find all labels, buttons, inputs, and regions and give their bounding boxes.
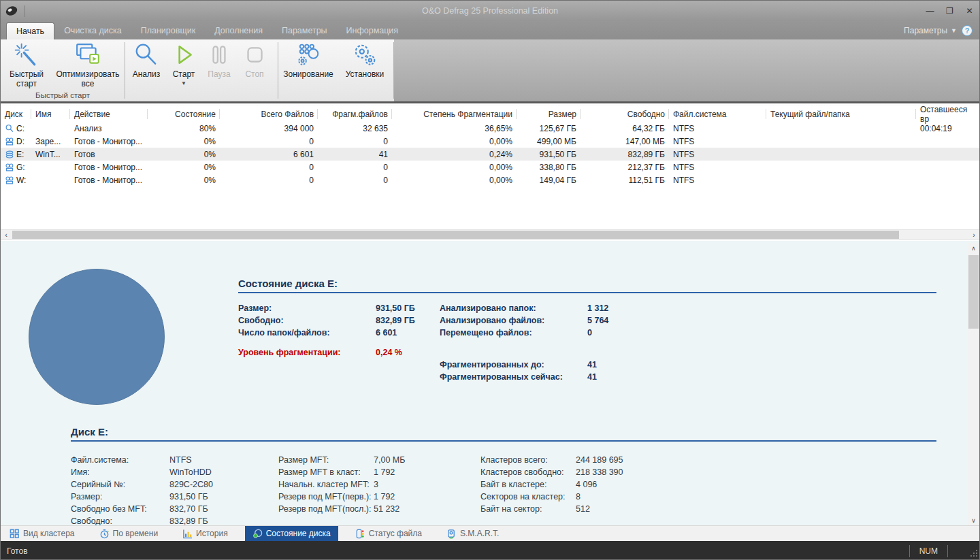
drive-table: ДискИмяДействиеСостояниеВсего ФайловФраг… xyxy=(1,106,979,229)
vscroll-thumb[interactable] xyxy=(968,255,979,329)
info-value: 41 xyxy=(587,372,597,382)
drive-row[interactable]: C:Анализ80%394 00032 63536,65%125,67 ГБ6… xyxy=(1,122,979,135)
info-value: 7,00 МБ xyxy=(374,455,405,465)
table-cell: 499,00 МБ xyxy=(517,137,581,146)
close-button[interactable]: ✕ xyxy=(960,2,979,20)
start-button[interactable]: Старт ▼ xyxy=(168,42,199,87)
hscroll-thumb[interactable] xyxy=(12,231,899,239)
info-label: Размер: xyxy=(238,303,376,313)
info-row: Кластеров всего:244 189 695 xyxy=(480,454,623,466)
table-cell: 0% xyxy=(148,137,220,146)
info-row: Фрагментированных до:41 xyxy=(440,359,753,371)
ribbon-tab-row: Начать Очистка диска Планировщик Дополне… xyxy=(1,21,979,39)
info-row: Фрагментированных сейчас:41 xyxy=(440,371,753,383)
table-cell: 212,37 ГБ xyxy=(581,163,669,172)
table-cell: NTFS xyxy=(669,137,766,146)
pause-button[interactable]: Пауза xyxy=(203,42,235,79)
ribbon: Быстрый старт Оптимизировать все Анализ … xyxy=(1,39,979,103)
column-header[interactable]: Оставшееся вр xyxy=(916,106,980,122)
column-header[interactable]: Текущий файл/папка xyxy=(766,106,916,122)
drive-row[interactable]: D:Заре...Готов - Монитор...0%000,00%499,… xyxy=(1,135,979,148)
installations-button[interactable]: Установки xyxy=(341,42,389,79)
info-value: 829C-2C80 xyxy=(169,480,213,489)
disk-state-panel: Состояние диска E: Размер:931,50 ГБСвобо… xyxy=(1,241,979,525)
analyze-button[interactable]: Анализ xyxy=(129,42,164,79)
info-label: Секторов на кластер: xyxy=(480,492,576,501)
info-label: Байт на сектор: xyxy=(480,504,576,514)
table-cell: NTFS xyxy=(669,176,766,185)
scroll-up-icon[interactable]: ∧ xyxy=(968,243,979,253)
table-cell: G: xyxy=(1,163,31,172)
column-header[interactable]: Имя xyxy=(31,106,70,122)
history-chart-icon xyxy=(182,529,193,539)
info-row: Байт в кластере:4 096 xyxy=(480,478,623,491)
minimize-button[interactable]: — xyxy=(920,2,940,20)
table-cell: 0 xyxy=(220,137,318,146)
tab-disk-cleanup[interactable]: Очистка диска xyxy=(54,22,131,39)
vertical-scrollbar[interactable]: ∧ ∨ xyxy=(968,243,979,525)
tab-addons[interactable]: Дополнения xyxy=(205,22,272,39)
table-cell: 64,32 ГБ xyxy=(581,124,669,133)
scroll-down-icon[interactable]: ∨ xyxy=(968,515,979,525)
view-tab-file-status[interactable]: Статус файла xyxy=(348,526,429,541)
tab-settings[interactable]: Параметры xyxy=(272,22,337,39)
quick-start-button[interactable]: Быстрый старт xyxy=(5,42,48,89)
zoning-button[interactable]: Зонирование xyxy=(280,42,337,79)
info-row: Свободно:832,89 ГБ xyxy=(238,314,442,327)
tab-start[interactable]: Начать xyxy=(6,22,54,39)
view-tab-time[interactable]: По времени xyxy=(92,526,166,541)
info-label: Свободно: xyxy=(238,316,376,325)
column-header[interactable]: Всего Файлов xyxy=(220,106,318,122)
scroll-left-icon[interactable]: ‹ xyxy=(1,230,12,240)
smart-disk-icon xyxy=(446,529,457,539)
help-icon[interactable]: ? xyxy=(962,25,973,36)
disk-info-section: Диск E: Файл.система:NTFSИмя:WinToHDDСер… xyxy=(71,426,936,442)
tab-scheduler[interactable]: Планировщик xyxy=(131,22,205,39)
group-separator xyxy=(278,42,278,99)
column-header[interactable]: Размер xyxy=(517,106,581,122)
drive-monitored-icon xyxy=(5,163,14,172)
drive-row[interactable]: W:Готов - Монитор...0%000,00%149,04 ГБ11… xyxy=(1,174,979,186)
info-value: 41 xyxy=(587,360,597,369)
scroll-right-icon[interactable]: › xyxy=(968,230,979,240)
drive-row[interactable]: E:WinT...Готов0%6 601410,24%931,50 ГБ832… xyxy=(1,148,979,161)
info-label: Фрагментированных до: xyxy=(440,360,587,369)
view-tab-cluster[interactable]: Вид кластера xyxy=(2,526,82,541)
view-tab-history[interactable]: История xyxy=(175,526,235,541)
table-cell: NTFS xyxy=(669,150,766,159)
info-value: 244 189 695 xyxy=(576,455,623,465)
tab-info[interactable]: Информация xyxy=(337,22,408,39)
info-label: Резерв под MFT(перв.): xyxy=(278,492,374,501)
column-header[interactable]: Диск xyxy=(1,106,31,122)
column-header[interactable]: Состояние xyxy=(148,106,220,122)
table-cell: 125,67 ГБ xyxy=(517,124,581,133)
info-row: Байт на сектор:512 xyxy=(480,503,623,515)
info-row: Имя:WinToHDD xyxy=(71,466,213,478)
horizontal-scrollbar[interactable]: ‹ › xyxy=(1,229,979,240)
table-cell: 32 635 xyxy=(318,124,392,133)
file-status-icon xyxy=(355,529,365,539)
column-header[interactable]: Свободно xyxy=(581,106,669,122)
stop-button[interactable]: Стоп xyxy=(239,42,270,79)
options-menu[interactable]: Параметры ▼ ? xyxy=(904,25,979,39)
column-header[interactable]: Фрагм.файлов xyxy=(318,106,392,122)
table-cell: 0,00% xyxy=(392,137,517,146)
restore-button[interactable]: ❐ xyxy=(940,2,960,20)
column-header[interactable]: Файл.система xyxy=(669,106,766,122)
info-label: Свободно: xyxy=(71,516,169,525)
view-tab-disk-state[interactable]: Состояние диска xyxy=(245,526,338,541)
resize-grip[interactable] xyxy=(969,548,978,559)
optimize-all-button[interactable]: Оптимизировать все xyxy=(56,42,119,89)
column-header[interactable]: Действие xyxy=(70,106,148,122)
drive-row[interactable]: G:Готов - Монитор...0%000,00%338,80 ГБ21… xyxy=(1,161,979,174)
table-cell: Анализ xyxy=(70,124,148,133)
column-header[interactable]: Степень Фрагментации xyxy=(392,106,517,122)
disk-state-section: Состояние диска E: Размер:931,50 ГБСвобо… xyxy=(238,278,936,293)
info-value: 1 792 xyxy=(374,492,395,501)
table-cell: 0 xyxy=(318,163,392,172)
view-tab-smart[interactable]: S.M.A.R.T. xyxy=(439,526,506,541)
disk-usage-pie xyxy=(29,269,165,405)
info-row: Начальн. кластер MFT:3 xyxy=(278,478,405,491)
table-cell: Заре... xyxy=(31,137,70,146)
info-value: 1 312 xyxy=(587,303,608,313)
